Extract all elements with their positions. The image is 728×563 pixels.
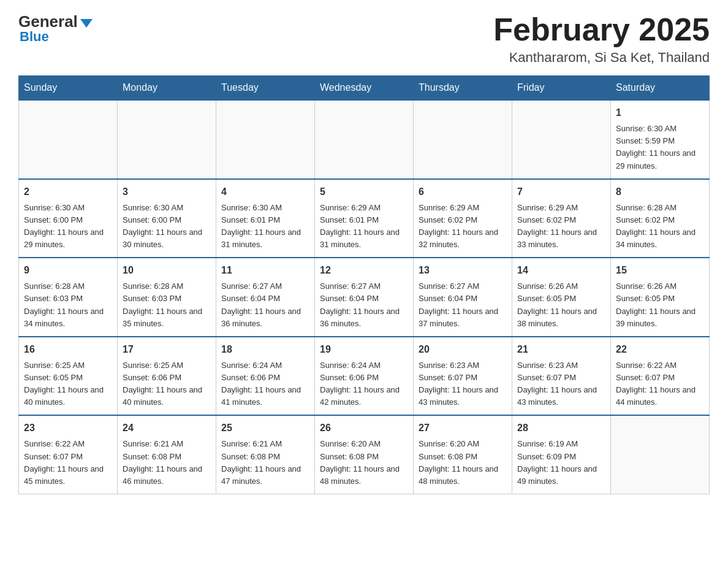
day-number: 8	[616, 185, 704, 199]
day-info: Sunrise: 6:25 AMSunset: 6:06 PMDaylight:…	[123, 359, 211, 409]
calendar-cell	[216, 100, 315, 179]
day-number: 16	[24, 342, 112, 357]
day-info: Sunrise: 6:30 AMSunset: 6:00 PMDaylight:…	[123, 202, 211, 251]
day-info: Sunrise: 6:26 AMSunset: 6:05 PMDaylight:…	[517, 280, 605, 330]
calendar-cell: 15Sunrise: 6:26 AMSunset: 6:05 PMDayligh…	[611, 258, 710, 337]
day-info: Sunrise: 6:19 AMSunset: 6:09 PMDaylight:…	[517, 438, 605, 488]
day-number: 27	[419, 421, 507, 435]
calendar-cell: 21Sunrise: 6:23 AMSunset: 6:07 PMDayligh…	[512, 337, 611, 416]
day-info: Sunrise: 6:28 AMSunset: 6:02 PMDaylight:…	[616, 202, 704, 251]
calendar-cell: 9Sunrise: 6:28 AMSunset: 6:03 PMDaylight…	[19, 258, 118, 337]
logo-arrow-icon	[80, 19, 93, 28]
calendar-cell	[512, 100, 611, 179]
day-number: 9	[24, 263, 112, 278]
day-number: 2	[24, 185, 112, 199]
calendar-cell: 5Sunrise: 6:29 AMSunset: 6:01 PMDaylight…	[315, 179, 414, 258]
calendar-title-area: February 2025 Kanthararom, Si Sa Ket, Th…	[493, 12, 710, 66]
day-number: 17	[123, 342, 211, 357]
calendar-cell: 7Sunrise: 6:29 AMSunset: 6:02 PMDaylight…	[512, 179, 611, 258]
day-info: Sunrise: 6:21 AMSunset: 6:08 PMDaylight:…	[221, 438, 309, 488]
day-number: 14	[517, 263, 605, 278]
calendar-cell: 3Sunrise: 6:30 AMSunset: 6:00 PMDaylight…	[118, 179, 216, 258]
day-number: 15	[616, 263, 704, 278]
calendar-cell: 12Sunrise: 6:27 AMSunset: 6:04 PMDayligh…	[315, 258, 414, 337]
week-row-1: 1Sunrise: 6:30 AMSunset: 5:59 PMDaylight…	[19, 100, 710, 179]
day-number: 13	[419, 263, 507, 278]
day-number: 24	[123, 421, 211, 435]
calendar-cell	[414, 100, 512, 179]
day-info: Sunrise: 6:28 AMSunset: 6:03 PMDaylight:…	[123, 280, 211, 330]
day-info: Sunrise: 6:24 AMSunset: 6:06 PMDaylight:…	[221, 359, 309, 409]
day-number: 20	[419, 342, 507, 357]
day-info: Sunrise: 6:30 AMSunset: 5:59 PMDaylight:…	[616, 123, 704, 172]
day-info: Sunrise: 6:27 AMSunset: 6:04 PMDaylight:…	[419, 280, 507, 330]
day-info: Sunrise: 6:25 AMSunset: 6:05 PMDaylight:…	[24, 359, 112, 409]
logo: General Blue	[18, 12, 93, 45]
day-info: Sunrise: 6:29 AMSunset: 6:01 PMDaylight:…	[320, 202, 408, 251]
calendar-cell	[315, 100, 414, 179]
calendar-cell: 13Sunrise: 6:27 AMSunset: 6:04 PMDayligh…	[414, 258, 512, 337]
calendar-subtitle: Kanthararom, Si Sa Ket, Thailand	[493, 50, 710, 66]
day-number: 1	[616, 105, 704, 120]
column-header-sunday: Sunday	[19, 76, 118, 101]
page-header: General Blue February 2025 Kanthararom, …	[18, 12, 710, 66]
calendar-cell: 2Sunrise: 6:30 AMSunset: 6:00 PMDaylight…	[19, 179, 118, 258]
day-info: Sunrise: 6:27 AMSunset: 6:04 PMDaylight:…	[221, 280, 309, 330]
calendar-header-row: SundayMondayTuesdayWednesdayThursdayFrid…	[19, 76, 710, 101]
column-header-monday: Monday	[118, 76, 216, 101]
day-info: Sunrise: 6:27 AMSunset: 6:04 PMDaylight:…	[320, 280, 408, 330]
calendar-cell	[118, 100, 216, 179]
day-number: 3	[123, 185, 211, 199]
calendar-cell: 10Sunrise: 6:28 AMSunset: 6:03 PMDayligh…	[118, 258, 216, 337]
day-info: Sunrise: 6:22 AMSunset: 6:07 PMDaylight:…	[24, 438, 112, 488]
day-info: Sunrise: 6:28 AMSunset: 6:03 PMDaylight:…	[24, 280, 112, 330]
day-number: 23	[24, 421, 112, 435]
day-info: Sunrise: 6:21 AMSunset: 6:08 PMDaylight:…	[123, 438, 211, 488]
calendar-cell: 6Sunrise: 6:29 AMSunset: 6:02 PMDaylight…	[414, 179, 512, 258]
day-number: 25	[221, 421, 309, 435]
calendar-cell	[611, 415, 710, 494]
day-number: 6	[419, 185, 507, 199]
calendar-cell: 14Sunrise: 6:26 AMSunset: 6:05 PMDayligh…	[512, 258, 611, 337]
calendar-cell: 22Sunrise: 6:22 AMSunset: 6:07 PMDayligh…	[611, 337, 710, 416]
day-info: Sunrise: 6:24 AMSunset: 6:06 PMDaylight:…	[320, 359, 408, 409]
calendar-cell: 24Sunrise: 6:21 AMSunset: 6:08 PMDayligh…	[118, 415, 216, 494]
calendar-cell: 8Sunrise: 6:28 AMSunset: 6:02 PMDaylight…	[611, 179, 710, 258]
day-number: 10	[123, 263, 211, 278]
calendar-cell: 27Sunrise: 6:20 AMSunset: 6:08 PMDayligh…	[414, 415, 512, 494]
day-info: Sunrise: 6:23 AMSunset: 6:07 PMDaylight:…	[517, 359, 605, 409]
calendar-cell: 26Sunrise: 6:20 AMSunset: 6:08 PMDayligh…	[315, 415, 414, 494]
day-number: 22	[616, 342, 704, 357]
day-info: Sunrise: 6:29 AMSunset: 6:02 PMDaylight:…	[419, 202, 507, 251]
calendar-cell: 25Sunrise: 6:21 AMSunset: 6:08 PMDayligh…	[216, 415, 315, 494]
day-number: 12	[320, 263, 408, 278]
calendar-cell: 17Sunrise: 6:25 AMSunset: 6:06 PMDayligh…	[118, 337, 216, 416]
calendar-cell: 18Sunrise: 6:24 AMSunset: 6:06 PMDayligh…	[216, 337, 315, 416]
day-info: Sunrise: 6:23 AMSunset: 6:07 PMDaylight:…	[419, 359, 507, 409]
column-header-wednesday: Wednesday	[315, 76, 414, 101]
calendar-cell: 4Sunrise: 6:30 AMSunset: 6:01 PMDaylight…	[216, 179, 315, 258]
day-number: 28	[517, 421, 605, 435]
week-row-4: 16Sunrise: 6:25 AMSunset: 6:05 PMDayligh…	[19, 337, 710, 416]
column-header-thursday: Thursday	[414, 76, 512, 101]
day-number: 26	[320, 421, 408, 435]
day-info: Sunrise: 6:20 AMSunset: 6:08 PMDaylight:…	[419, 438, 507, 488]
calendar-cell: 23Sunrise: 6:22 AMSunset: 6:07 PMDayligh…	[19, 415, 118, 494]
calendar-cell: 19Sunrise: 6:24 AMSunset: 6:06 PMDayligh…	[315, 337, 414, 416]
logo-blue: Blue	[18, 29, 49, 45]
day-number: 4	[221, 185, 309, 199]
column-header-friday: Friday	[512, 76, 611, 101]
day-number: 21	[517, 342, 605, 357]
calendar-cell: 1Sunrise: 6:30 AMSunset: 5:59 PMDaylight…	[611, 100, 710, 179]
calendar-title: February 2025	[493, 12, 710, 47]
day-number: 5	[320, 185, 408, 199]
day-info: Sunrise: 6:20 AMSunset: 6:08 PMDaylight:…	[320, 438, 408, 488]
day-info: Sunrise: 6:30 AMSunset: 6:01 PMDaylight:…	[221, 202, 309, 251]
column-header-tuesday: Tuesday	[216, 76, 315, 101]
day-number: 18	[221, 342, 309, 357]
week-row-3: 9Sunrise: 6:28 AMSunset: 6:03 PMDaylight…	[19, 258, 710, 337]
day-number: 19	[320, 342, 408, 357]
day-number: 7	[517, 185, 605, 199]
day-info: Sunrise: 6:30 AMSunset: 6:00 PMDaylight:…	[24, 202, 112, 251]
calendar-cell: 20Sunrise: 6:23 AMSunset: 6:07 PMDayligh…	[414, 337, 512, 416]
